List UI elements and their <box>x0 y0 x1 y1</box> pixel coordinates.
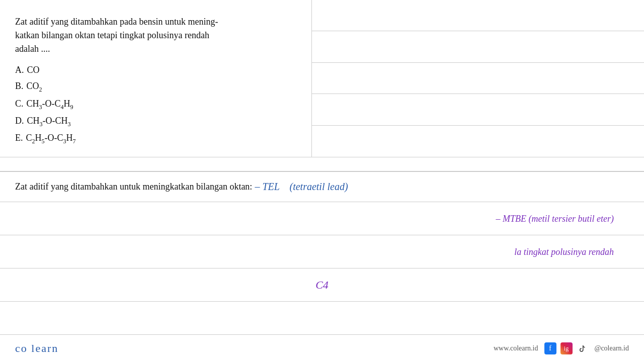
question-line1: Zat aditif yang ditambahkan pada bensin … <box>15 17 218 27</box>
option-a-text: CO <box>27 62 40 78</box>
option-d-label: D. <box>15 113 24 129</box>
right-row-2 <box>312 31 644 62</box>
annotation-answer-container: C4 <box>315 279 329 292</box>
option-a-label: A. <box>15 62 24 78</box>
main-container: Zat aditif yang ditambahkan pada bensin … <box>0 0 644 362</box>
annotation-polusi-container: la tingkat polusinya rendah <box>514 246 644 257</box>
separator <box>0 157 644 171</box>
option-c-text: CH3-O-C4H9 <box>27 96 73 113</box>
annotation-mtbe-container: – MTBE (metil tersier butil eter) <box>496 213 644 224</box>
tiktok-icon[interactable] <box>577 342 589 354</box>
options-list: A. CO B. CO2 C. CH3-O-C4H9 D. CH3-O-CH3 … <box>15 62 296 147</box>
exp-line-3: C4 <box>0 268 644 302</box>
exp-line-1: – MTBE (metil tersier butil eter) <box>0 202 644 235</box>
right-row-1 <box>312 0 644 31</box>
annotation-mtbe: – MTBE (metil tersier butil eter) <box>496 213 614 223</box>
option-e-text: C2H5-O-C3H7 <box>26 130 76 147</box>
explanation-section: Zat aditif yang ditambahkan untuk mening… <box>0 171 644 334</box>
facebook-icon[interactable]: f <box>544 342 556 354</box>
question-left: Zat aditif yang ditambahkan pada bensin … <box>0 0 312 157</box>
exp-line-2: la tingkat polusinya rendah <box>0 235 644 268</box>
question-text: Zat aditif yang ditambahkan pada bensin … <box>15 15 296 56</box>
footer-logo: co learn <box>15 342 58 355</box>
footer: co learn www.colearn.id f ig @colearn.id <box>0 334 644 362</box>
right-row-5 <box>312 126 644 157</box>
annotation-answer: C4 <box>315 279 329 291</box>
option-d: D. CH3-O-CH3 <box>15 113 296 130</box>
instagram-icon[interactable]: ig <box>560 342 573 354</box>
question-line2: katkan bilangan oktan tetapi tingkat pol… <box>15 30 209 40</box>
option-a: A. CO <box>15 62 296 78</box>
option-b: B. CO2 <box>15 78 296 95</box>
explanation-header-text: Zat aditif yang ditambahkan untuk mening… <box>15 182 252 192</box>
option-e: E. C2H5-O-C3H7 <box>15 130 296 147</box>
option-b-text: CO2 <box>27 78 42 95</box>
right-row-4 <box>312 94 644 125</box>
option-b-label: B. <box>15 78 24 94</box>
footer-handle: @colearn.id <box>595 344 629 352</box>
annotation-tel: – TEL (tetraetil lead) <box>252 181 348 193</box>
option-c: C. CH3-O-C4H9 <box>15 96 296 113</box>
option-e-label: E. <box>15 130 23 146</box>
explanation-lines: – MTBE (metil tersier butil eter) la tin… <box>0 202 644 334</box>
question-right-lines <box>312 0 644 157</box>
question-section: Zat aditif yang ditambahkan pada bensin … <box>0 0 644 157</box>
footer-url: www.colearn.id <box>494 344 538 352</box>
option-c-label: C. <box>15 96 24 112</box>
annotation-polusi: la tingkat polusinya rendah <box>514 246 614 256</box>
option-d-text: CH3-O-CH3 <box>27 113 71 130</box>
footer-right: www.colearn.id f ig @colearn.id <box>494 342 629 354</box>
right-row-3 <box>312 63 644 94</box>
question-line3: adalah .... <box>15 44 50 54</box>
social-icons: f ig <box>544 342 589 354</box>
exp-line-4 <box>0 302 644 334</box>
explanation-header: Zat aditif yang ditambahkan untuk mening… <box>0 172 644 202</box>
